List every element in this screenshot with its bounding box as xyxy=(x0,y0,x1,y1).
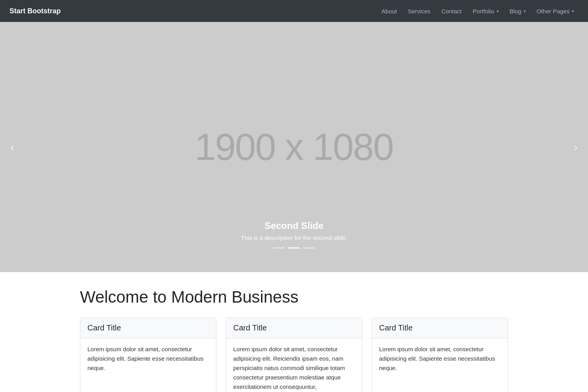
card-2: Card Title Lorem ipsum dolor sit amet, c… xyxy=(226,318,362,392)
portfolio-caret-icon: ▾ xyxy=(497,9,499,13)
card-2-title: Card Title xyxy=(226,318,362,338)
blog-caret-icon: ▾ xyxy=(524,9,526,13)
carousel-placeholder-text: 1900 x 1080 xyxy=(195,125,393,169)
nav-brand[interactable]: Start Bootstrap xyxy=(9,7,61,15)
carousel-indicators xyxy=(241,247,347,249)
card-1: Card Title Lorem ipsum dolor sit amet, c… xyxy=(80,318,216,392)
carousel-indicator-1[interactable] xyxy=(273,247,285,249)
nav-link-blog[interactable]: Blog ▾ xyxy=(505,5,530,18)
nav-links: About Services Contact Portfolio ▾ Blog … xyxy=(377,5,579,18)
carousel-indicator-3[interactable] xyxy=(303,247,315,249)
carousel-caption: Second Slide This is a description for t… xyxy=(241,220,347,249)
navbar: Start Bootstrap About Services Contact P… xyxy=(0,0,588,22)
carousel-next-button[interactable]: › xyxy=(567,136,584,158)
carousel: 1900 x 1080 ‹ › Second Slide This is a d… xyxy=(0,22,588,272)
nav-link-other-pages[interactable]: Other Pages ▾ xyxy=(532,5,579,18)
nav-link-contact[interactable]: Contact xyxy=(437,5,466,18)
card-2-body: Lorem ipsum dolor sit amet, consectetur … xyxy=(226,338,362,392)
main-content: Welcome to Modern Business Card Title Lo… xyxy=(71,272,517,392)
card-3-body: Lorem ipsum dolor sit amet, consectetur … xyxy=(372,338,508,379)
cards-row: Card Title Lorem ipsum dolor sit amet, c… xyxy=(80,318,508,392)
nav-link-services[interactable]: Services xyxy=(403,5,435,18)
carousel-prev-button[interactable]: ‹ xyxy=(4,136,21,158)
carousel-indicator-2[interactable] xyxy=(288,247,300,249)
card-3-title: Card Title xyxy=(372,318,508,338)
other-pages-caret-icon: ▾ xyxy=(572,9,574,13)
card-1-body: Lorem ipsum dolor sit amet, consectetur … xyxy=(80,338,216,379)
welcome-title: Welcome to Modern Business xyxy=(80,288,508,307)
card-1-title: Card Title xyxy=(80,318,216,338)
nav-link-about[interactable]: About xyxy=(377,5,401,18)
card-3: Card Title Lorem ipsum dolor sit amet, c… xyxy=(372,318,508,392)
carousel-slide-description: This is a description for the second sli… xyxy=(241,234,347,241)
carousel-slide-title: Second Slide xyxy=(241,220,347,231)
nav-link-portfolio[interactable]: Portfolio ▾ xyxy=(468,5,503,18)
